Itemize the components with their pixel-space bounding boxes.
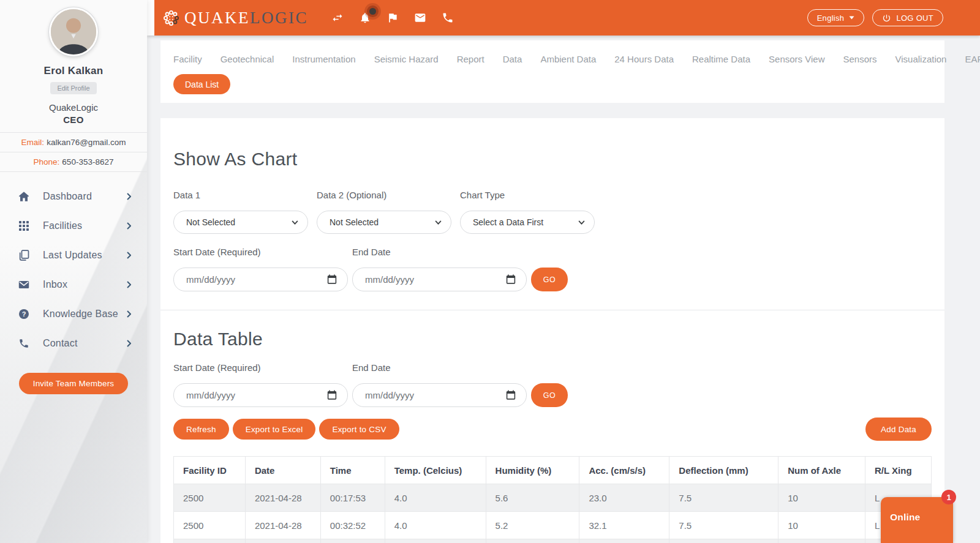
chart-start-date-input[interactable]: mm/dd/yyyy [173,268,348,291]
tab-seismic-hazard[interactable]: Seismic Hazard [374,54,439,64]
sidebar-item-facilities[interactable]: Facilities [0,211,147,241]
table-cell: 2021-04-28 [245,512,320,539]
phone-icon [18,338,29,349]
sidebar: Erol Kalkan Edit Profile QuakeLogic CEO … [0,0,147,543]
logout-button[interactable]: LOG OUT [872,9,943,26]
help-icon: ? [18,309,29,320]
column-header: R/L Xing [865,457,932,484]
table-end-date-input[interactable]: mm/dd/yyyy [352,383,527,407]
tab-sensors[interactable]: Sensors [843,54,876,64]
envelope-icon [18,279,29,290]
chart-start-date-label: Start Date (Required) [173,247,348,257]
email-value: kalkan76@gmail.com [47,138,126,147]
swap-icon[interactable] [331,12,344,24]
table-cell: 5.6 [486,484,579,512]
chevron-right-icon [127,340,131,347]
tab-24-hours-data[interactable]: 24 Hours Data [614,54,674,64]
chart-go-button[interactable]: GO [531,268,568,291]
table-cell: 5.4 [486,539,579,543]
data1-select[interactable]: Not Selected [173,211,308,234]
sidebar-item-knowledge-base[interactable]: ? Knowledge Base [0,299,147,329]
column-header: Time [320,457,385,484]
sidebar-item-dashboard[interactable]: Dashboard [0,182,147,211]
tab-sensors-view[interactable]: Sensors View [769,54,824,64]
show-as-chart-title: Show As Chart [173,149,932,170]
notification-dot [369,8,376,15]
chevron-right-icon [127,252,131,259]
table-cell: 00:34:54 [320,539,385,543]
caret-down-icon [849,16,854,20]
flag-icon[interactable] [386,12,399,24]
sidebar-item-inbox[interactable]: Inbox [0,270,147,299]
main-area: QUAKELOGIC English [147,0,980,543]
table-cell: 2500 [174,512,246,539]
sidebar-item-contact[interactable]: Contact [0,329,147,358]
tab-visualization[interactable]: Visualization [895,54,947,64]
tab-eap[interactable]: EAP [965,54,980,64]
table-cell: 7.5 [669,512,778,539]
profile-name: Erol Kalkan [44,65,104,77]
tab-ambient-data[interactable]: Ambient Data [540,54,596,64]
tabs-row: Facility Geotechnical Instrumentation Se… [173,54,932,64]
table-cell: 4.0 [385,512,486,539]
chart-selects-row: Data 1 Not Selected Data 2 (Optional) No… [173,190,932,234]
quakelogic-logo-icon [163,10,179,26]
edit-profile-button[interactable]: Edit Profile [50,82,96,94]
table-start-date-label: Start Date (Required) [173,362,348,373]
calendar-icon [327,390,337,400]
chart-end-date-label: End Date [352,247,527,257]
export-to-excel-button[interactable]: Export to Excel [233,419,316,440]
phone-icon[interactable] [442,12,454,24]
table-cell: 2500 [174,539,246,543]
table-actions-row: Refresh Export to Excel Export to CSV Ad… [173,418,932,441]
chat-widget[interactable]: Online 1 [881,497,953,543]
section-divider [160,310,944,310]
column-header: Facility ID [174,457,246,484]
bell-icon[interactable] [359,12,371,24]
invite-team-members-button[interactable]: Invite Team Members [19,373,129,394]
chart-end-date-input[interactable]: mm/dd/yyyy [352,268,527,291]
topbar: QUAKELOGIC English [147,0,980,36]
chevron-down-icon [578,220,585,225]
tab-realtime-data[interactable]: Realtime Data [692,54,750,64]
calendar-icon [506,390,516,400]
brand-logo[interactable]: QUAKELOGIC [163,9,308,28]
data-table-title: Data Table [173,329,932,350]
refresh-button[interactable]: Refresh [173,419,229,440]
chart-type-select[interactable]: Select a Data First [460,211,595,234]
table-cell: 7.5 [669,539,778,543]
table-go-button[interactable]: GO [531,383,568,407]
mail-icon[interactable] [414,12,426,24]
sidebar-nav: Dashboard Facilities Last Updates [0,182,147,358]
table-row: 2500 2021-04-28 00:34:54 4.0 5.4 18.2 7.… [174,539,932,543]
brand-text: QUAKELOGIC [184,9,308,28]
grid-icon [18,220,29,231]
table-cell: 00:32:52 [320,512,385,539]
add-data-button[interactable]: Add Data [865,418,932,441]
data2-select[interactable]: Not Selected [317,211,451,234]
table-cell: 5.2 [486,512,579,539]
table-start-date-input[interactable]: mm/dd/yyyy [173,383,348,407]
table-row: 2500 2021-04-28 00:17:53 4.0 5.6 23.0 7.… [174,484,932,512]
data1-label: Data 1 [173,190,308,200]
tab-facility[interactable]: Facility [173,54,202,64]
profile-email-row: Email:kalkan76@gmail.com [0,132,147,152]
table-cell: 23.0 [579,484,669,512]
avatar[interactable] [49,7,98,56]
tab-report[interactable]: Report [457,54,484,64]
tab-data[interactable]: Data [503,54,522,64]
phone-value: 650-353-8627 [62,157,113,167]
sidebar-item-last-updates[interactable]: Last Updates [0,241,147,270]
column-header: Date [245,457,320,484]
tab-geotechnical[interactable]: Geotechnical [221,54,274,64]
tab-data-list-active[interactable]: Data List [173,74,230,94]
power-icon [882,13,891,23]
language-selector[interactable]: English [807,9,865,26]
chart-dates-row: Start Date (Required) mm/dd/yyyy End Dat… [173,247,932,291]
chevron-right-icon [127,222,131,230]
chevron-right-icon [127,310,131,318]
export-to-csv-button[interactable]: Export to CSV [319,419,399,440]
chevron-right-icon [127,281,131,288]
tab-instrumentation[interactable]: Instrumentation [292,54,355,64]
table-cell: 2021-04-28 [245,539,320,543]
